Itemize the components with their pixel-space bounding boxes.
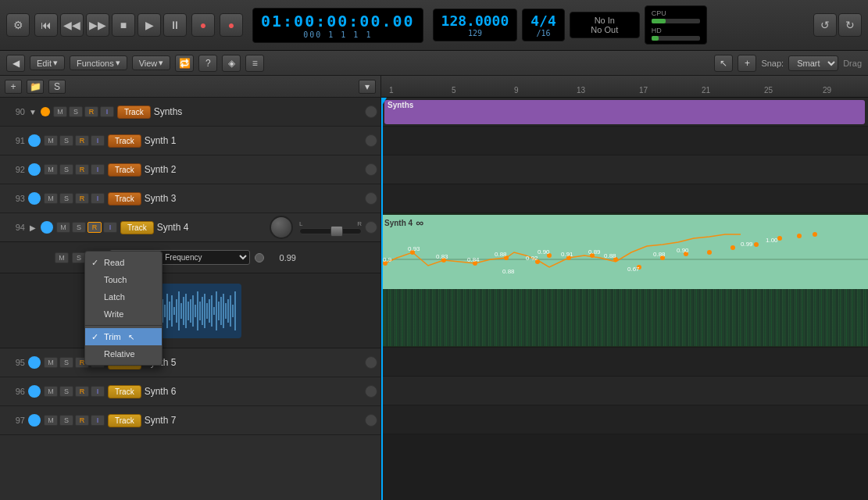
playhead[interactable] [381,98,383,500]
input-button[interactable]: I [100,106,114,117]
add-track-button[interactable]: + [5,80,22,94]
track-options-button[interactable] [365,163,377,176]
undo-button[interactable]: ↺ [813,13,837,37]
track-type-button[interactable]: Track [108,163,141,177]
record-button[interactable]: R [84,106,98,117]
automation-menu-button[interactable] [255,253,264,262]
input-button[interactable]: I [91,386,105,397]
marker-button[interactable]: ◈ [222,55,241,72]
input-button[interactable]: I [103,222,117,233]
track-options-button[interactable] [365,385,377,398]
solo-button[interactable]: S [69,106,83,117]
ruler-mark: 17 [639,86,648,95]
solo-button[interactable]: S [59,415,73,426]
skip-back-button[interactable]: ⏮ [34,13,58,37]
solo-button[interactable]: S [59,386,73,397]
solo-button[interactable]: S [72,222,86,233]
mute-button[interactable]: M [44,415,58,426]
synths-region[interactable]: Synths [384,100,865,124]
track-controls: M S R I [44,135,105,146]
group-expand-arrow[interactable]: ▼ [28,107,38,116]
tempo-display[interactable]: 128.0000 129 [433,9,518,41]
record-alt-button[interactable]: ● [220,13,243,37]
track-options-button[interactable] [365,105,377,118]
svg-rect-17 [183,297,184,325]
mute-button[interactable]: M [44,135,58,146]
record-button[interactable]: R [75,135,89,146]
mute-button[interactable]: M [44,193,58,204]
redo-button[interactable]: ↻ [838,13,862,37]
time-signature-display[interactable]: 4/4 /16 [522,9,565,41]
flex-button[interactable]: ≡ [245,55,264,72]
track-options-button[interactable] [365,356,377,369]
solo-button[interactable]: S [59,164,73,175]
time-display[interactable]: 01:00:00:00.00 000 1 1 1 1 [252,8,423,43]
pan-slider[interactable] [299,228,362,234]
mute-button[interactable]: M [44,164,58,175]
pause-button[interactable]: ⏸ [163,13,187,37]
track-options-button[interactable] [365,221,377,234]
track-controls: M S R I [44,386,105,397]
track-type-button[interactable]: Track [108,134,141,148]
collapse-button[interactable]: ◀ [6,55,25,72]
track-type-button[interactable]: Track [117,105,151,119]
input-button[interactable]: I [91,164,105,175]
pointer-tool[interactable]: ↖ [714,55,733,72]
synth4-region[interactable]: Synth 4 ∞ [381,215,868,346]
track-type-button[interactable]: Track [120,221,154,234]
automation-mute[interactable]: M [55,252,69,263]
cpu-bar [652,19,700,23]
rewind-button[interactable]: ◀◀ [60,13,84,37]
mute-button[interactable]: M [44,357,58,368]
solo-button[interactable]: S [48,80,66,94]
input-button[interactable]: I [91,135,105,146]
relative-option[interactable]: Relative [85,345,162,362]
trim-option[interactable]: Trim ↖ [85,328,162,345]
track-options-button[interactable] [365,134,377,147]
svg-text:0.9: 0.9 [383,256,392,263]
functions-menu[interactable]: Functions ▾ [70,55,127,70]
input-button[interactable]: I [91,415,105,426]
solo-button[interactable]: S [59,135,73,146]
read-option[interactable]: Read [85,254,162,271]
solo-button[interactable]: S [59,357,73,368]
plus-tool[interactable]: + [738,55,756,72]
svg-rect-27 [206,303,208,319]
record-button[interactable]: R [75,164,89,175]
track-type-button[interactable]: Track [108,414,141,427]
latch-option[interactable]: Latch [85,288,162,305]
solo-button[interactable]: S [59,193,73,204]
record-button[interactable]: ● [191,13,215,37]
fast-forward-button[interactable]: ▶▶ [86,13,109,37]
record-button[interactable]: R [75,193,89,204]
ruler-mark: 5 [452,86,456,95]
record-button[interactable]: R [88,222,102,233]
write-option[interactable]: Write [85,305,162,323]
add-folder-button[interactable]: 📁 [27,80,44,94]
stop-button[interactable]: ■ [112,13,135,37]
play-button[interactable]: ▶ [138,13,161,37]
io-display[interactable]: No In No Out [570,12,640,38]
track-options-button[interactable] [365,192,377,205]
touch-option[interactable]: Touch [85,271,162,288]
record-button[interactable]: R [75,386,89,397]
mute-button[interactable]: M [53,106,67,117]
quick-help-button[interactable]: ? [198,55,217,72]
loop-button[interactable]: 🔁 [175,55,194,72]
track-options-button[interactable] [365,414,377,427]
record-button[interactable]: R [75,415,89,426]
automation-mode-dropdown[interactable]: Read Touch Latch Write Trim ↖ Relative [84,251,163,366]
track-controls: M S R I [56,222,117,233]
input-button[interactable]: I [91,193,105,204]
track-type-button[interactable]: Track [108,385,141,398]
mute-button[interactable]: M [56,222,70,233]
snap-select[interactable]: Smart Bar Beat [788,55,838,71]
settings-icon[interactable]: ⚙ [6,13,30,37]
track-type-button[interactable]: Track [108,192,141,205]
track-list-expand[interactable]: ▾ [359,80,376,94]
view-menu[interactable]: View ▾ [132,55,171,70]
track-expand-arrow[interactable]: ▶ [28,223,38,232]
mute-button[interactable]: M [44,386,58,397]
edit-menu[interactable]: Edit ▾ [30,55,65,70]
volume-knob[interactable] [270,216,293,239]
